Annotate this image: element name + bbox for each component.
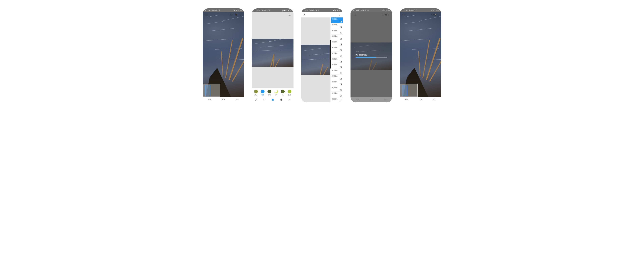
open-button[interactable]: 打开: [204, 14, 208, 16]
svg-point-36: [438, 15, 438, 16]
blend-mode-icon[interactable]: [271, 98, 274, 101]
blend-add[interactable]: 加: [273, 90, 279, 96]
eye-icon: [340, 83, 342, 86]
crop-overlay[interactable]: [400, 84, 418, 97]
svg-point-21: [339, 15, 340, 15]
more-icon[interactable]: [338, 13, 341, 16]
back-icon[interactable]: [303, 13, 306, 16]
svg-rect-30: [438, 10, 439, 11]
status-time: 中午12:01: [304, 10, 310, 11]
svg-point-35: [438, 15, 438, 15]
svg-point-8: [241, 15, 241, 16]
status-time: 下午1:36: [402, 10, 408, 11]
blend-overlay[interactable]: 重叠: [286, 90, 292, 96]
eye-icon: [340, 44, 342, 46]
status-rate: 0.0K/s: [262, 10, 266, 11]
image-canvas[interactable]: 打开: [202, 12, 244, 97]
info-icon[interactable]: [235, 13, 238, 16]
tab-tools: 工具: [364, 97, 378, 102]
svg-rect-11: [291, 10, 291, 11]
svg-point-20: [339, 14, 340, 14]
progress-label: 双重曝光: [359, 53, 367, 56]
cloud-icon[interactable]: [431, 13, 434, 16]
mute-icon: [414, 10, 415, 11]
history-item[interactable]: 双重曝光: [331, 35, 343, 40]
history-item[interactable]: 双重曝光: [331, 92, 343, 97]
history-item[interactable]: 双重曝光: [331, 29, 343, 35]
history-item[interactable]: 双重曝光: [331, 40, 343, 46]
status-time: 上午11:50: [254, 10, 260, 11]
progress-indicator: 17/26 双重曝光: [356, 51, 387, 58]
history-item[interactable]: 双重曝光: [331, 75, 343, 80]
compare-icon[interactable]: [288, 13, 292, 16]
history-item[interactable]: 双重曝光: [331, 63, 343, 69]
svg-rect-12: [289, 14, 290, 16]
history-item[interactable]: 双重曝光: [331, 46, 343, 52]
signal-icon: [337, 10, 338, 11]
eye-icon: [340, 32, 342, 34]
tab-tools[interactable]: 工具: [414, 97, 428, 102]
history-item[interactable]: 双重曝光: [331, 86, 343, 92]
svg-rect-24: [388, 10, 390, 11]
tab-export[interactable]: 导出: [428, 97, 442, 102]
eye-icon: [340, 66, 342, 68]
history-item[interactable]: 双重曝光: [331, 97, 343, 102]
history-item[interactable]: 双重曝光: [331, 52, 343, 57]
tab-export: 导出: [378, 97, 392, 102]
svg-rect-16: [272, 99, 273, 100]
crop-handle[interactable]: [205, 85, 210, 96]
tab-styles[interactable]: 样式: [400, 97, 414, 102]
progress-bar: [356, 57, 387, 58]
tab-export[interactable]: 导出: [230, 97, 244, 102]
open-button[interactable]: 打开: [402, 14, 406, 16]
cancel-button[interactable]: [254, 98, 258, 101]
more-icon[interactable]: [240, 13, 242, 16]
svg-rect-1: [240, 10, 242, 11]
more-icon[interactable]: [437, 13, 440, 16]
history-item[interactable]: 双重曝光: [331, 23, 343, 29]
eye-icon: [356, 54, 358, 56]
svg-point-7: [241, 15, 241, 15]
eye-icon: [340, 89, 342, 91]
image-canvas[interactable]: [252, 18, 294, 88]
history-item[interactable]: 双重曝光: [331, 57, 343, 63]
blend-darken[interactable]: 调暗: [266, 90, 272, 96]
blend-lighten[interactable]: 调亮: [260, 90, 266, 96]
top-toolbar: [252, 12, 294, 18]
chevron-left-icon: [332, 21, 332, 22]
cloud-icon[interactable]: [230, 13, 233, 16]
svg-rect-19: [339, 10, 340, 11]
opacity-icon[interactable]: [280, 98, 282, 101]
history-item[interactable]: 双重曝光: [331, 69, 343, 75]
thumbnail-strip: [330, 18, 331, 102]
battery-icon: [290, 10, 291, 11]
blend-label: 调亮: [261, 94, 264, 96]
eye-icon: [340, 101, 342, 102]
history-item[interactable]: 双重曝光: [331, 80, 343, 86]
blend-default[interactable]: 默认: [253, 90, 259, 96]
blend-subtract[interactable]: 减: [280, 90, 286, 96]
image-canvas[interactable]: 打开: [400, 12, 442, 97]
apply-button[interactable]: [288, 98, 291, 101]
tab-styles[interactable]: 样式: [202, 97, 216, 102]
tab-tools[interactable]: 工具: [216, 97, 230, 102]
status-bar: 中午12:01 | 0.0K/s HD: [350, 9, 392, 12]
battery-icon: [339, 10, 340, 11]
alarm-icon: [218, 10, 220, 11]
bottom-nav: 样式 工具 导出: [350, 97, 392, 102]
crop-handle[interactable]: [402, 85, 407, 96]
phone-snapseed-main-1: 下午1:36 | 0.8K/s: [202, 9, 244, 102]
svg-point-22: [339, 15, 340, 16]
hd-badge: HD: [383, 10, 386, 11]
history-item[interactable]: 双重曝光: [331, 18, 343, 23]
mute-icon: [266, 10, 268, 11]
add-image-icon[interactable]: [263, 98, 266, 101]
progress-count: 17/26: [356, 51, 387, 53]
action-bar: [252, 97, 294, 102]
crop-overlay[interactable]: [202, 84, 220, 97]
svg-point-34: [438, 14, 438, 14]
image-canvas[interactable]: 双重曝光双重曝光双重曝光双重曝光双重曝光双重曝光双重曝光双重曝光双重曝光双重曝光…: [301, 18, 343, 102]
info-icon[interactable]: [434, 13, 437, 16]
edit-history-list[interactable]: 双重曝光双重曝光双重曝光双重曝光双重曝光双重曝光双重曝光双重曝光双重曝光双重曝光…: [331, 18, 343, 102]
mute-icon: [216, 10, 218, 11]
